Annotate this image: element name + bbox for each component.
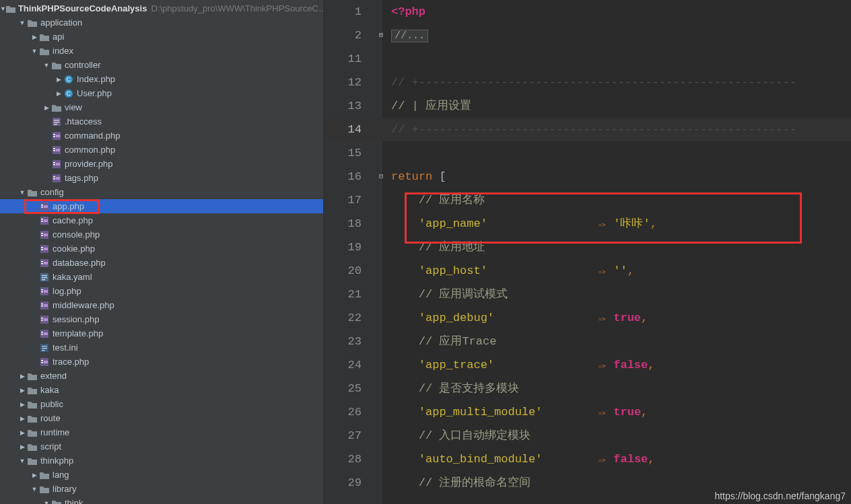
tree-row[interactable]: ▶tags.php [0, 171, 323, 185]
tree-row[interactable]: ▶lang [0, 468, 323, 482]
tree-item-label: extend [40, 371, 67, 381]
svg-rect-49 [41, 289, 43, 291]
tree-item-label: trace.php [53, 357, 89, 367]
chevron-right-icon[interactable]: ▶ [30, 34, 39, 40]
tree-row[interactable]: ▶app.php [0, 199, 323, 213]
chevron-right-icon[interactable]: ▶ [42, 104, 51, 111]
chevron-right-icon[interactable]: ▶ [54, 76, 63, 83]
line-number: 29 [324, 471, 362, 495]
tree-row[interactable]: ▼think [0, 496, 323, 504]
code-line[interactable]: 11 [324, 47, 851, 71]
tree-row[interactable]: ▶test.ini [0, 340, 323, 355]
code-content: 'app_multi_module' => true, [391, 400, 648, 426]
chevron-right-icon[interactable]: ▶ [18, 401, 27, 408]
chevron-down-icon[interactable]: ▼ [18, 20, 27, 26]
fold-collapse-icon[interactable]: ⊟ [376, 172, 386, 181]
tree-row[interactable]: ▶view [0, 100, 323, 114]
code-line[interactable]: 22 'app_debug' => true, [324, 306, 851, 330]
tree-row[interactable]: ▼thinkphp [0, 454, 323, 468]
tree-row[interactable]: ▶command.php [0, 129, 323, 143]
code-content: // 应用地址 [391, 236, 485, 259]
tree-row[interactable]: ▶cookie.php [0, 242, 323, 256]
fold-expand-icon[interactable]: ⊞ [376, 30, 386, 40]
code-line[interactable]: 21 // 应用调试模式 [324, 283, 851, 306]
tree-row[interactable]: ▼application [0, 15, 323, 30]
code-line[interactable]: 25 // 是否支持多模块 [324, 377, 851, 400]
tree-row[interactable]: ▶.htaccess [0, 114, 323, 129]
tree-row[interactable]: ▶common.php [0, 143, 323, 157]
code-line[interactable]: 27 // 入口自动绑定模块 [324, 424, 851, 447]
tree-row[interactable]: ▼ThinkPHPSourceCodeAnalysisD:\phpstudy_p… [0, 1, 323, 15]
chevron-down-icon[interactable]: ▼ [42, 62, 51, 69]
folder-icon [39, 46, 50, 57]
tree-row[interactable]: ▼library [0, 482, 323, 496]
chevron-down-icon[interactable]: ▼ [18, 458, 27, 464]
tree-row[interactable]: ▼controller [0, 58, 323, 72]
tree-row[interactable]: ▶log.php [0, 284, 323, 298]
chevron-down-icon[interactable]: ▼ [30, 48, 39, 55]
file-php-icon [39, 357, 50, 367]
tree-row[interactable]: ▶session.php [0, 312, 323, 326]
tree-row[interactable]: ▶trace.php [0, 355, 323, 369]
svg-rect-41 [41, 261, 43, 262]
code-line[interactable]: 1<?php [324, 0, 851, 24]
code-line[interactable]: 14// +----------------------------------… [324, 118, 851, 141]
tree-item-label: database.php [53, 258, 106, 268]
svg-rect-47 [42, 279, 45, 280]
tree-item-label: runtime [40, 427, 69, 437]
code-editor[interactable]: 1<?php2⊞//...1112// +-------------------… [324, 0, 851, 504]
tree-row[interactable]: ▶route [0, 411, 323, 425]
tree-row[interactable]: ▶extend [0, 369, 323, 383]
tree-row[interactable]: ▼config [0, 185, 323, 199]
chevron-right-icon[interactable]: ▶ [18, 429, 27, 436]
tree-row[interactable]: ▶runtime [0, 425, 323, 439]
code-line[interactable]: 2⊞//... [324, 24, 851, 47]
tree-row[interactable]: ▶script [0, 439, 323, 454]
project-tree-panel[interactable]: ▼ThinkPHPSourceCodeAnalysisD:\phpstudy_p… [0, 0, 324, 504]
tree-row[interactable]: ▶public [0, 397, 323, 411]
code-line[interactable]: 20 'app_host' => '', [324, 259, 851, 283]
chevron-right-icon[interactable]: ▶ [18, 387, 27, 394]
code-line[interactable]: 28 'auto_bind_module' => false, [324, 447, 851, 471]
chevron-right-icon[interactable]: ▶ [18, 373, 27, 380]
tree-row[interactable]: ▶provider.php [0, 157, 323, 171]
tree-row[interactable]: ▶CUser.php [0, 86, 323, 100]
code-line[interactable]: 19 // 应用地址 [324, 236, 851, 259]
tree-row[interactable]: ▶database.php [0, 256, 323, 270]
code-line[interactable]: 15 [324, 141, 851, 165]
svg-rect-22 [53, 178, 55, 180]
tree-row[interactable]: ▶CIndex.php [0, 72, 323, 86]
chevron-right-icon[interactable]: ▶ [30, 472, 39, 478]
tree-row[interactable]: ▶kaka.yaml [0, 270, 323, 284]
svg-rect-5 [54, 120, 59, 120]
code-line[interactable]: 12// +----------------------------------… [324, 71, 851, 94]
chevron-right-icon[interactable]: ▶ [18, 415, 27, 422]
tree-row[interactable]: ▶middleware.php [0, 298, 323, 312]
code-content: // 应用调试模式 [391, 283, 508, 306]
tree-row[interactable]: ▶template.php [0, 326, 323, 340]
code-line[interactable]: 18 'app_name' => '咔咔', [324, 212, 851, 236]
code-line[interactable]: 13// | 应用设置 [324, 94, 851, 118]
chevron-right-icon[interactable]: ▶ [54, 90, 63, 97]
code-line[interactable]: 23 // 应用Trace [324, 330, 851, 353]
code-line[interactable]: 17 // 应用名称 [324, 188, 851, 212]
code-line[interactable]: 24 'app_trace' => false, [324, 353, 851, 377]
tree-row[interactable]: ▶api [0, 30, 323, 44]
chevron-down-icon[interactable]: ▼ [0, 5, 6, 12]
code-content: // 应用Trace [391, 330, 496, 353]
svg-rect-10 [53, 136, 55, 137]
chevron-down-icon[interactable]: ▼ [42, 500, 51, 505]
tree-row[interactable]: ▼index [0, 44, 323, 58]
code-line[interactable]: 16⊟return [ [324, 165, 851, 188]
folder-icon [51, 60, 62, 71]
chevron-right-icon[interactable]: ▶ [18, 443, 27, 450]
code-content: // 是否支持多模块 [391, 377, 519, 400]
chevron-down-icon[interactable]: ▼ [30, 486, 39, 493]
file-php-icon [51, 145, 62, 155]
svg-rect-30 [41, 221, 43, 222]
tree-row[interactable]: ▶kaka [0, 383, 323, 397]
tree-row[interactable]: ▶cache.php [0, 213, 323, 227]
chevron-down-icon[interactable]: ▼ [18, 189, 27, 196]
code-line[interactable]: 26 'app_multi_module' => true, [324, 400, 851, 424]
tree-row[interactable]: ▶console.php [0, 227, 323, 242]
